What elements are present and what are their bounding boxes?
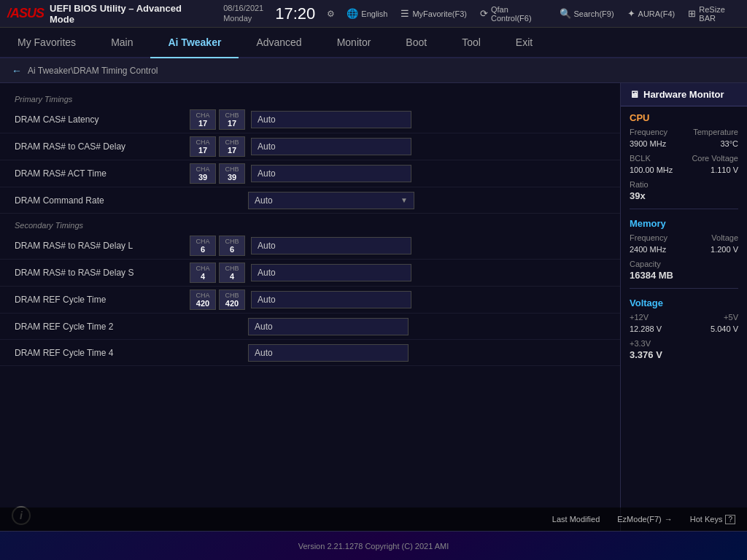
channel-b-box: CHB 420 xyxy=(219,289,245,310)
table-row: DRAM REF Cycle Time 2 Auto xyxy=(0,314,620,340)
table-row: DRAM RAS# to CAS# Delay CHA 17 CHB 17 Au… xyxy=(0,133,620,160)
table-row: DRAM Command Rate Auto ▼ xyxy=(0,187,620,214)
ez-mode-button[interactable]: EzMode(F7) → xyxy=(617,515,673,524)
ras-cas-delay-input[interactable]: Auto xyxy=(251,138,411,155)
language-selector[interactable]: 🌐 English xyxy=(347,8,387,19)
channel-a-box: CHA 4 xyxy=(190,262,216,283)
primary-timings-header: Primary Timings xyxy=(0,92,620,106)
bottom-bar: Last Modified EzMode(F7) → Hot Keys ? xyxy=(0,508,747,531)
left-panel: Primary Timings DRAM CAS# Latency CHA 17… xyxy=(0,83,620,531)
cmd-rate-dropdown[interactable]: Auto ▼ xyxy=(248,192,414,209)
ras-ras-delay-l-input[interactable]: Auto xyxy=(251,237,411,254)
bclk-row: BCLK Core Voltage xyxy=(621,152,747,164)
mem-cap-row: Capacity xyxy=(621,258,747,270)
globe-icon: 🌐 xyxy=(347,8,358,19)
nav-boot[interactable]: Boot xyxy=(388,28,444,58)
ref-cycle-time-2-input[interactable]: Auto xyxy=(248,318,409,335)
table-row: DRAM REF Cycle Time 4 Auto xyxy=(0,340,620,366)
nav-main[interactable]: Main xyxy=(93,28,150,58)
timing-label-ref-cycle-2: DRAM REF Cycle Time 2 xyxy=(15,322,190,332)
ras-act-time-input[interactable]: Auto xyxy=(251,165,411,182)
divider xyxy=(630,209,738,209)
cas-latency-input[interactable]: Auto xyxy=(251,111,411,128)
myfavorite-button[interactable]: ☰ MyFavorite(F3) xyxy=(400,8,467,19)
chevron-down-icon: ▼ xyxy=(400,196,408,204)
channel-boxes: CHA 39 CHB 39 xyxy=(190,163,245,184)
channel-a-box: CHA 39 xyxy=(190,163,216,184)
v33-value: 3.376 V xyxy=(621,349,747,365)
timing-label-ras-ras-s: DRAM RAS# to RAS# Delay S xyxy=(15,268,190,278)
cpu-freq-row: Frequency Temperature xyxy=(621,126,747,138)
secondary-timings-header: Secondary Timings xyxy=(0,218,620,233)
v12-values: 12.288 V 5.040 V xyxy=(621,323,747,335)
breadcrumb: ← Ai Tweaker\DRAM Timing Control xyxy=(0,58,747,83)
topbar: /ASUS UEFI BIOS Utility – Advanced Mode … xyxy=(0,0,747,28)
channel-b-box: CHB 17 xyxy=(219,109,245,130)
channel-boxes: CHA 17 CHB 17 xyxy=(190,136,245,157)
aura-icon: ✦ xyxy=(627,8,635,19)
table-row: DRAM RAS# to RAS# Delay S CHA 4 CHB 4 Au… xyxy=(0,260,620,287)
v33-row: +3.3V xyxy=(621,338,747,349)
hot-keys-button[interactable]: Hot Keys ? xyxy=(690,515,735,524)
timing-label-ref-cycle-4: DRAM REF Cycle Time 4 xyxy=(15,348,190,358)
nav-ai-tweaker[interactable]: Ai Tweaker xyxy=(150,28,239,58)
timing-label-ras-cas: DRAM RAS# to CAS# Delay xyxy=(15,141,190,152)
breadcrumb-back-button[interactable]: ← xyxy=(12,65,22,77)
arrow-right-icon: → xyxy=(665,515,673,524)
search-icon: 🔍 xyxy=(560,8,571,19)
footer: Version 2.21.1278 Copyright (C) 2021 AMI xyxy=(0,531,747,560)
table-row: DRAM RAS# ACT Time CHA 39 CHB 39 Auto xyxy=(0,160,620,187)
divider xyxy=(630,288,738,289)
voltage-section-title: Voltage xyxy=(621,292,747,311)
timing-label-ras-act: DRAM RAS# ACT Time xyxy=(15,168,190,179)
mem-freq-row: Frequency Voltage xyxy=(621,232,747,244)
channel-boxes: CHA 6 CHB 6 xyxy=(190,236,245,256)
qfan-button[interactable]: ⟳ Qfan Control(F6) xyxy=(480,5,546,23)
table-row: DRAM CAS# Latency CHA 17 CHB 17 Auto xyxy=(0,106,620,133)
cpu-section-title: CPU xyxy=(621,106,747,126)
topbar-tools: 🌐 English ☰ MyFavorite(F3) ⟳ Qfan Contro… xyxy=(347,5,740,23)
bios-title: UEFI BIOS Utility – Advanced Mode xyxy=(50,3,204,25)
bclk-values: 100.00 MHz 1.110 V xyxy=(621,164,747,176)
nav-exit[interactable]: Exit xyxy=(498,28,550,58)
channel-b-box: CHB 17 xyxy=(219,136,245,157)
ratio-value: 39x xyxy=(621,190,747,206)
resize-bar-button[interactable]: ⊞ ReSize BAR xyxy=(688,5,740,23)
monitor-icon: 🖥 xyxy=(630,89,639,100)
favorite-icon: ☰ xyxy=(400,8,409,19)
ref-cycle-time-input[interactable]: Auto xyxy=(251,291,411,308)
hardware-monitor-panel: 🖥 Hardware Monitor CPU Frequency Tempera… xyxy=(620,83,747,531)
hw-monitor-header: 🖥 Hardware Monitor xyxy=(621,83,747,106)
version-text: Version 2.21.1278 Copyright (C) 2021 AMI xyxy=(298,542,449,551)
table-row: DRAM REF Cycle Time CHA 420 CHB 420 Auto xyxy=(0,287,620,314)
channel-b-box: CHB 6 xyxy=(219,236,245,256)
last-modified-button[interactable]: Last Modified xyxy=(552,515,600,524)
channel-boxes: CHA 17 CHB 17 xyxy=(190,109,245,130)
channel-a-box: CHA 420 xyxy=(190,289,216,310)
nav-tool[interactable]: Tool xyxy=(444,28,498,58)
nav-monitor[interactable]: Monitor xyxy=(320,28,389,58)
timing-label-ras-ras-l: DRAM RAS# to RAS# Delay L xyxy=(15,241,190,251)
resize-icon: ⊞ xyxy=(688,8,696,19)
search-button[interactable]: 🔍 Search(F9) xyxy=(560,8,614,19)
timing-label-cmd-rate: DRAM Command Rate xyxy=(15,195,190,206)
channel-b-box: CHB 4 xyxy=(219,262,245,283)
channel-boxes: CHA 4 CHB 4 xyxy=(190,262,245,283)
channel-boxes: CHA 420 CHB 420 xyxy=(190,289,245,310)
question-icon: ? xyxy=(725,515,735,524)
ref-cycle-time-4-input[interactable]: Auto xyxy=(248,344,409,362)
main-content: Primary Timings DRAM CAS# Latency CHA 17… xyxy=(0,83,747,531)
nav-my-favorites[interactable]: My Favorites xyxy=(0,28,93,58)
table-row: DRAM RAS# to RAS# Delay L CHA 6 CHB 6 Au… xyxy=(0,233,620,260)
channel-a-box: CHA 17 xyxy=(190,136,216,157)
nav-advanced[interactable]: Advanced xyxy=(239,28,319,58)
channel-a-box: CHA 6 xyxy=(190,236,216,256)
clock-display: 17:20 xyxy=(275,4,315,23)
navbar: My Favorites Main Ai Tweaker Advanced Mo… xyxy=(0,28,747,58)
ras-ras-delay-s-input[interactable]: Auto xyxy=(251,264,411,281)
gear-icon[interactable]: ⚙ xyxy=(327,9,335,19)
date-display: 08/16/2021 Monday xyxy=(223,4,263,23)
mem-cap-value: 16384 MB xyxy=(621,270,747,285)
aura-button[interactable]: ✦ AURA(F4) xyxy=(627,8,676,19)
timing-label-ref-cycle: DRAM REF Cycle Time xyxy=(15,295,190,305)
